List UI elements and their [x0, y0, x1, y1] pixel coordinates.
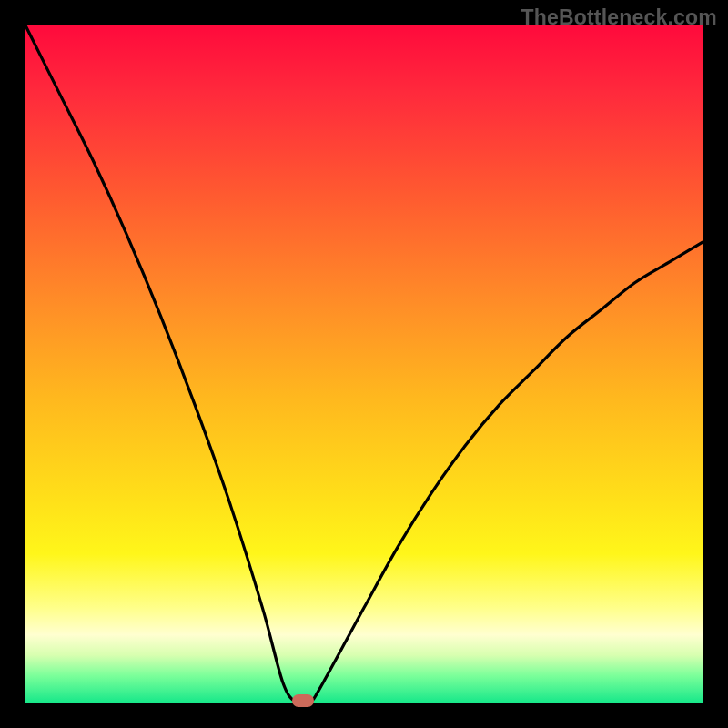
sweet-spot-marker — [292, 694, 314, 707]
chart-frame: TheBottleneck.com — [0, 0, 728, 728]
curve-path — [25, 25, 703, 705]
plot-area — [25, 25, 703, 703]
bottleneck-curve — [25, 25, 703, 703]
